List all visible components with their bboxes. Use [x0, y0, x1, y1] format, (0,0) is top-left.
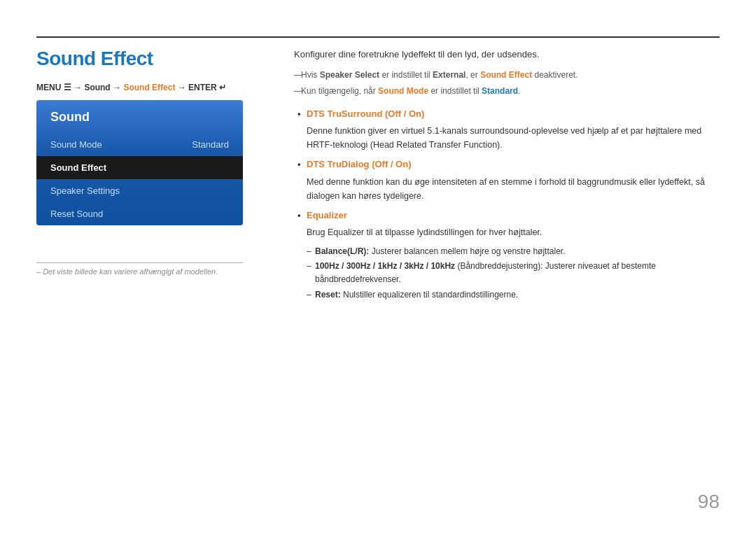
menu-sound-effect: Sound Effect [123, 83, 175, 92]
menu-arrow2: → [113, 83, 123, 92]
menu-enter: ENTER ↵ [188, 83, 226, 92]
bullet-dts-trusurround-title: DTS TruSurround (Off / On) [294, 107, 720, 121]
menu-arrow3: → [178, 83, 188, 92]
speaker-settings-label: Speaker Settings [50, 185, 120, 196]
page-title: Sound Effect [36, 48, 153, 70]
sound-menu-item-reset[interactable]: Reset Sound [36, 202, 243, 225]
sound-panel-title: Sound [36, 100, 243, 133]
note-speaker-select: Hvis Speaker Select er indstillet til Ex… [294, 69, 720, 81]
menu-icon: ☰ [64, 83, 74, 92]
sound-menu-panel: Sound Sound Mode Standard Sound Effect S… [36, 100, 243, 225]
sound-effect-label: Sound Effect [50, 162, 106, 173]
bullet-dts-trudialog-title: DTS TruDialog (Off / On) [294, 157, 720, 171]
bullet-equalizer-desc: Brug Equalizer til at tilpasse lydindsti… [294, 225, 720, 239]
sub-bullet-hz: 100Hz / 300Hz / 1kHz / 3kHz / 10kHz (Bån… [294, 260, 720, 286]
sound-mode-label: Sound Mode [50, 139, 102, 150]
bullets-section: DTS TruSurround (Off / On) Denne funktio… [294, 107, 720, 302]
content-intro: Konfigurer dine foretrukne lydeffekt til… [294, 48, 720, 62]
reset-sound-label: Reset Sound [50, 209, 103, 219]
bullet-equalizer-title: Equalizer [294, 209, 720, 223]
menu-path: MENU ☰ → Sound → Sound Effect → ENTER ↵ [36, 83, 226, 92]
sub-bullet-balance: Balance(L/R): Justerer balancen mellem h… [294, 245, 720, 258]
note-sound-mode: Kun tilgængelig, når Sound Mode er indst… [294, 85, 720, 97]
footnote: – Det viste billede kan variere afhængig… [36, 267, 218, 276]
bullet-dts-trusurround-desc: Denne funktion giver en virtuel 5.1-kana… [294, 124, 720, 152]
menu-sound: Sound [84, 83, 110, 92]
panel-divider [36, 262, 243, 263]
menu-arrow1: → [74, 83, 84, 92]
sound-menu-item-effect[interactable]: Sound Effect [36, 156, 243, 179]
page-number: 98 [698, 491, 720, 513]
top-divider [36, 36, 720, 38]
sound-menu-item-mode[interactable]: Sound Mode Standard [36, 133, 243, 156]
sound-menu-item-speaker[interactable]: Speaker Settings [36, 179, 243, 202]
content-area: Konfigurer dine foretrukne lydeffekt til… [294, 48, 720, 303]
menu-label: MENU [36, 83, 61, 92]
sound-mode-value: Standard [192, 139, 229, 150]
sub-bullet-reset: Reset: Nulstiller equalizeren til standa… [294, 288, 720, 302]
bullet-dts-trudialog-desc: Med denne funktion kan du øge intensitet… [294, 175, 720, 203]
